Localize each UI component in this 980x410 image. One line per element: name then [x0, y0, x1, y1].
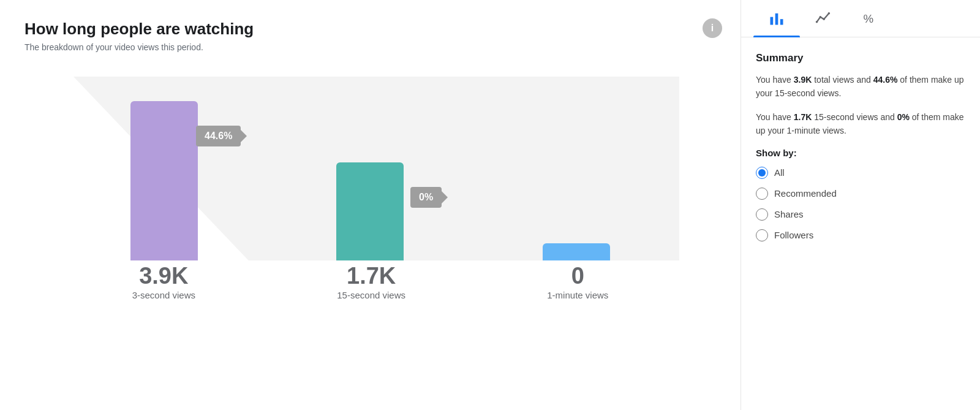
- svg-rect-2: [775, 13, 778, 25]
- radio-group: All Recommended Shares Followers: [756, 167, 965, 241]
- bar-blue: [543, 243, 610, 260]
- svg-rect-3: [780, 19, 783, 25]
- summary-text-2: You have 1.7K 15-second views and 0% of …: [756, 110, 965, 138]
- radio-followers[interactable]: [756, 229, 768, 241]
- chart-area: 44.6% 0% 3.9K 3-second views 1.7K 15-sec…: [24, 77, 716, 309]
- radio-item-followers[interactable]: Followers: [756, 229, 965, 241]
- radio-label-recommended: Recommended: [774, 188, 837, 199]
- tab-percent[interactable]: %: [846, 0, 893, 37]
- bar-teal: [336, 162, 404, 260]
- left-panel: How long people are watching The breakdo…: [0, 0, 741, 410]
- stats-row: 3.9K 3-second views 1.7K 15-second views…: [24, 260, 716, 309]
- stat-group-3sec: 3.9K 3-second views: [132, 260, 195, 309]
- stat-value-1min: 0: [571, 264, 584, 287]
- bar-purple: [130, 101, 198, 260]
- right-content: Summary You have 3.9K total views and 44…: [741, 37, 980, 410]
- radio-item-recommended[interactable]: Recommended: [756, 188, 965, 200]
- show-by-label: Show by:: [756, 148, 965, 158]
- svg-point-4: [816, 21, 818, 23]
- tab-line-chart[interactable]: [800, 0, 846, 37]
- svg-text:%: %: [864, 12, 874, 25]
- svg-rect-1: [771, 17, 774, 25]
- summary-title: Summary: [756, 52, 965, 64]
- stat-label-3sec: 3-second views: [132, 290, 195, 300]
- percent-badge-0-value: 0%: [410, 187, 442, 208]
- bar-group-3sec: [130, 101, 198, 260]
- svg-point-5: [820, 16, 822, 18]
- radio-item-all[interactable]: All: [756, 167, 965, 179]
- info-icon[interactable]: i: [703, 18, 722, 38]
- tab-bar: %: [741, 0, 980, 37]
- stat-label-1min: 1-minute views: [547, 290, 608, 300]
- summary-text-1: You have 3.9K total views and 44.6% of t…: [756, 73, 965, 101]
- bars-container: [24, 77, 716, 260]
- radio-item-shares[interactable]: Shares: [756, 208, 965, 221]
- radio-shares[interactable]: [756, 208, 768, 221]
- stat-value-3sec: 3.9K: [139, 264, 188, 287]
- radio-label-all: All: [774, 167, 785, 178]
- svg-point-7: [828, 12, 831, 15]
- chart-subtitle: The breakdown of your video views this p…: [24, 42, 716, 52]
- radio-label-followers: Followers: [774, 230, 813, 240]
- line-chart-icon: [815, 10, 832, 27]
- stat-label-15sec: 15-second views: [337, 290, 405, 300]
- stat-value-15sec: 1.7K: [347, 264, 396, 287]
- tab-bar-chart[interactable]: [753, 0, 800, 37]
- bar-group-1min: [543, 243, 610, 260]
- stat-group-15sec: 1.7K 15-second views: [337, 260, 405, 309]
- radio-recommended[interactable]: [756, 188, 768, 200]
- percent-badge-44-value: 44.6%: [196, 126, 241, 146]
- chart-title: How long people are watching: [24, 20, 716, 39]
- percent-badge-44: 44.6%: [196, 126, 241, 146]
- bar-chart-icon: [768, 10, 785, 27]
- stat-group-1min: 0 1-minute views: [547, 260, 608, 309]
- svg-point-6: [823, 18, 825, 20]
- percent-badge-0: 0%: [410, 187, 442, 208]
- radio-label-shares: Shares: [774, 209, 804, 219]
- percent-icon: %: [861, 10, 878, 27]
- radio-all[interactable]: [756, 167, 768, 179]
- bar-group-15sec: [336, 162, 404, 260]
- right-panel: % Summary You have 3.9K total views and …: [741, 0, 980, 410]
